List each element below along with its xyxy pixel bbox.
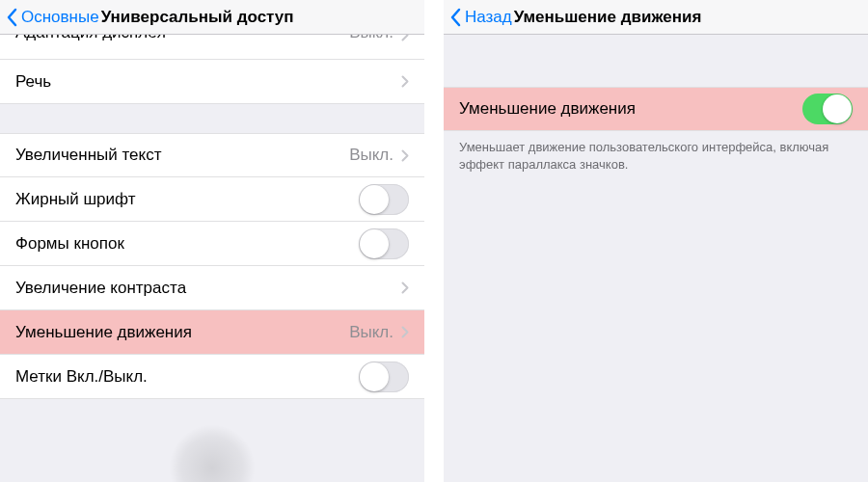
page-title: Универсальный доступ — [101, 8, 294, 27]
reduce-motion-pane: Назад Уменьшение движения Уменьшение дви… — [444, 0, 868, 482]
navbar-left: Основные Универсальный доступ — [0, 0, 424, 35]
row-value: Выкл. — [349, 146, 393, 165]
row-label: Адаптация дисплея — [15, 35, 349, 42]
row-reduce-motion-toggle[interactable]: Уменьшение движения — [444, 87, 868, 131]
toggle-button-shapes[interactable] — [359, 228, 409, 259]
row-display-accommodations[interactable]: Адаптация дисплея Выкл. — [0, 35, 424, 60]
row-label: Речь — [15, 72, 401, 92]
row-label: Уменьшение движения — [15, 323, 349, 342]
row-bold-text[interactable]: Жирный шрифт — [0, 177, 424, 222]
chevron-right-icon — [401, 149, 409, 162]
chevron-left-icon — [449, 8, 461, 27]
chevron-right-icon — [401, 326, 409, 338]
row-label: Увеличение контраста — [15, 279, 401, 298]
page-title: Уменьшение движения — [514, 8, 702, 27]
toggle-reduce-motion[interactable] — [802, 94, 853, 124]
row-label: Метки Вкл./Выкл. — [15, 367, 359, 387]
chevron-right-icon — [401, 281, 409, 294]
chevron-left-icon — [6, 8, 17, 27]
chevron-right-icon — [401, 35, 409, 41]
back-button[interactable]: Основные — [6, 8, 99, 27]
row-larger-text[interactable]: Увеличенный текст Выкл. — [0, 133, 424, 177]
row-label: Жирный шрифт — [15, 190, 359, 209]
row-label: Уменьшение движения — [459, 99, 802, 119]
row-button-shapes[interactable]: Формы кнопок — [0, 222, 424, 266]
row-increase-contrast[interactable]: Увеличение контраста — [0, 266, 424, 310]
back-button[interactable]: Назад — [449, 8, 512, 27]
row-speech[interactable]: Речь — [0, 60, 424, 104]
row-value: Выкл. — [349, 323, 393, 342]
toggle-on-off-labels[interactable] — [359, 362, 409, 392]
footer-description: Уменьшает движение пользовательского инт… — [444, 131, 868, 173]
row-label: Формы кнопок — [15, 234, 359, 254]
back-label: Назад — [465, 8, 512, 27]
row-on-off-labels[interactable]: Метки Вкл./Выкл. — [0, 355, 424, 399]
assistive-touch-ghost — [169, 424, 256, 482]
row-reduce-motion[interactable]: Уменьшение движения Выкл. — [0, 310, 424, 355]
toggle-bold-text[interactable] — [359, 184, 409, 215]
accessibility-pane: Основные Универсальный доступ Адаптация … — [0, 0, 424, 482]
chevron-right-icon — [401, 75, 409, 88]
back-label: Основные — [21, 8, 99, 27]
settings-list: Адаптация дисплея Выкл. Речь Увеличенный… — [0, 35, 424, 428]
navbar-right: Назад Уменьшение движения — [444, 0, 868, 35]
row-value: Выкл. — [349, 35, 393, 42]
row-label: Увеличенный текст — [15, 146, 349, 165]
